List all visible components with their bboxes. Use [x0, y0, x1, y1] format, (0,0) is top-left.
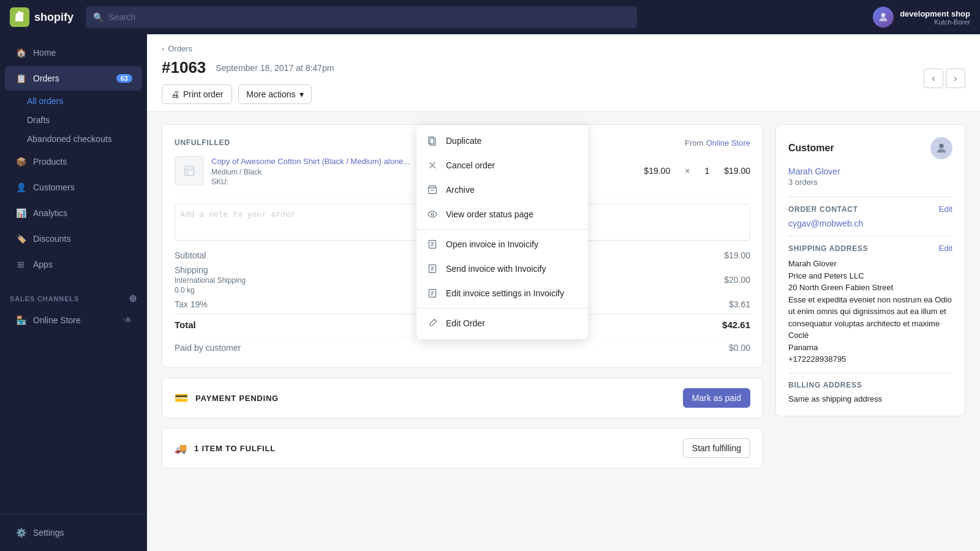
shipping-value: $20.00: [724, 275, 750, 285]
sidebar-item-orders[interactable]: 📋 Orders 63: [5, 66, 142, 91]
sidebar-item-products[interactable]: 📦 Products: [5, 149, 142, 174]
product-link[interactable]: Copy of Awesome Cotton Shirt (Black / Me…: [211, 157, 410, 166]
fulfill-bar: 🚚 1 ITEM TO FULFILL Start fulfilling: [162, 428, 763, 468]
logo-text: shopify: [34, 11, 74, 24]
customer-orders: 3 orders: [788, 178, 952, 187]
sidebar-label-home: Home: [33, 48, 56, 58]
sales-channels-label: Sales Channels: [10, 295, 79, 302]
dropdown-item-archive[interactable]: Archive: [417, 178, 588, 202]
sidebar-sub-all-orders[interactable]: All orders: [5, 92, 142, 110]
section-divider-1: [788, 197, 952, 197]
toolbar: 🖨 Print order More actions ▾: [162, 84, 924, 111]
product-price: $19.00: [644, 166, 670, 176]
customer-section: Customer Marah Glover 3 orders: [788, 137, 952, 187]
sidebar-item-home[interactable]: 🏠 Home: [5, 40, 142, 65]
shipping-details: International Shipping: [175, 276, 246, 285]
svg-point-0: [881, 13, 886, 17]
paid-row: Paid by customer $0.00: [175, 337, 750, 355]
shopify-logo[interactable]: shopify: [10, 7, 74, 27]
sidebar-label-customers: Customers: [33, 182, 75, 192]
subtotal-label: Subtotal: [175, 250, 206, 260]
drafts-label: Drafts: [27, 115, 50, 125]
sidebar-sub-abandoned[interactable]: Abandoned checkouts: [5, 130, 142, 148]
payment-bar: 💳 PAYMENT PENDING Mark as paid: [162, 378, 763, 418]
search-input[interactable]: [108, 12, 630, 22]
paid-label: Paid by customer: [175, 343, 241, 353]
add-channel-icon[interactable]: ⊕: [129, 293, 137, 304]
sidebar-item-discounts[interactable]: 🏷️ Discounts: [5, 227, 142, 251]
settings-label: Settings: [33, 528, 64, 538]
sidebar-label-orders: Orders: [33, 73, 59, 83]
page-title-row: #1063 September 18, 2017 at 8:47pm: [162, 58, 924, 77]
eye-icon: [426, 208, 439, 220]
mark-as-paid-button[interactable]: Mark as paid: [683, 388, 750, 408]
sidebar-sub-drafts[interactable]: Drafts: [5, 111, 142, 129]
cancel-label: Cancel order: [446, 160, 495, 170]
address-line-6: Panama: [788, 342, 952, 354]
side-column: Customer Marah Glover 3 orders: [775, 124, 965, 468]
total-label: Total: [175, 320, 196, 330]
prev-order-button[interactable]: ‹: [924, 69, 943, 88]
sidebar-item-customers[interactable]: 👤 Customers: [5, 175, 142, 200]
paid-value: $0.00: [729, 343, 750, 353]
section-divider-3: [788, 373, 952, 373]
main-layout: 🏠 Home 📋 Orders 63 All orders Drafts Aba…: [0, 34, 980, 551]
search-icon: 🔍: [93, 12, 104, 22]
truck-icon: 🚚: [175, 443, 187, 454]
billing-address-header: BILLING ADDRESS: [788, 381, 952, 389]
shipping-address-header: SHIPPING ADDRESS Edit: [788, 244, 952, 253]
sidebar-item-apps[interactable]: ⊞ Apps: [5, 252, 142, 277]
print-order-button[interactable]: 🖨 Print order: [162, 84, 232, 104]
edit-order-icon: [426, 317, 439, 329]
archive-icon: [426, 184, 439, 196]
next-order-button[interactable]: ›: [946, 69, 965, 88]
customer-name[interactable]: Marah Glover: [788, 167, 952, 176]
tax-label: Tax 19%: [175, 299, 208, 309]
sidebar-item-settings[interactable]: ⚙️ Settings: [5, 520, 142, 545]
product-thumbnail: [175, 156, 204, 186]
dropdown-item-open-invoice[interactable]: Open invoice in Invoicify: [417, 232, 588, 257]
online-store-visibility-icon: 👁: [124, 315, 132, 325]
product-qty: 1: [704, 166, 709, 176]
settings-icon: ⚙️: [15, 527, 27, 539]
sidebar-item-online-store[interactable]: 🏪 Online Store 👁: [5, 308, 142, 332]
search-bar[interactable]: 🔍: [86, 6, 637, 28]
edit-shipping-button[interactable]: Edit: [939, 244, 952, 253]
products-icon: 📦: [15, 156, 27, 168]
discounts-icon: 🏷️: [15, 233, 27, 245]
dropdown-item-cancel[interactable]: Cancel order: [417, 153, 588, 178]
total-value: $42.61: [722, 320, 750, 330]
edit-contact-button[interactable]: Edit: [939, 204, 952, 214]
start-fulfilling-button[interactable]: Start fulfilling: [683, 438, 750, 458]
svg-point-9: [939, 144, 943, 148]
address-line-2: Price and Peters LLC: [788, 270, 952, 282]
dropdown-item-send-invoice[interactable]: Send invoice with Invoicify: [417, 257, 588, 281]
invoice2-icon: [426, 263, 439, 275]
svg-rect-8: [185, 167, 194, 176]
product-total: $19.00: [724, 166, 750, 176]
dropdown-item-edit-invoice[interactable]: Edit invoice settings in Invoicify: [417, 281, 588, 305]
view-status-label: View order status page: [446, 209, 533, 219]
customers-icon: 👤: [15, 181, 27, 193]
dropdown-item-view-status[interactable]: View order status page: [417, 202, 588, 227]
unfulfilled-label: UNFULFILLED: [175, 138, 230, 147]
contact-email[interactable]: cygav@mobweb.ch: [788, 219, 952, 228]
breadcrumb[interactable]: ‹ Orders: [162, 44, 924, 53]
orders-badge: 63: [116, 74, 132, 83]
sidebar-footer: ⚙️ Settings: [0, 514, 147, 551]
abandoned-label: Abandoned checkouts: [27, 134, 112, 144]
times-symbol: ×: [685, 166, 690, 176]
sidebar-item-analytics[interactable]: 📊 Analytics: [5, 201, 142, 225]
more-actions-button[interactable]: More actions ▾: [238, 84, 311, 104]
svg-rect-3: [429, 188, 437, 194]
payment-label: PAYMENT PENDING: [195, 394, 676, 403]
invoice3-icon: [426, 287, 439, 299]
customer-header: Customer: [788, 137, 952, 159]
shop-name: development shop: [900, 9, 970, 18]
nav-arrows: ‹ ›: [924, 69, 965, 88]
dropdown-menu: Duplicate Cancel order Archive View orde…: [417, 125, 588, 339]
sidebar: 🏠 Home 📋 Orders 63 All orders Drafts Aba…: [0, 34, 147, 551]
dropdown-item-duplicate[interactable]: Duplicate: [417, 129, 588, 153]
online-store-label: Online Store: [33, 315, 81, 325]
dropdown-item-edit-order[interactable]: Edit Order: [417, 311, 588, 335]
